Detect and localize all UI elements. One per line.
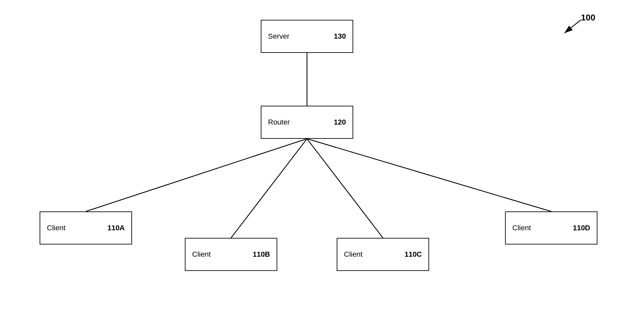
diagram-reference-label: 100 — [581, 13, 595, 23]
server-node: Server 130 — [261, 20, 353, 53]
client-b-label: Client — [192, 250, 211, 259]
svg-line-4 — [307, 139, 551, 211]
router-id: 120 — [334, 118, 346, 127]
svg-line-2 — [231, 139, 307, 238]
client-b-id: 110B — [253, 250, 270, 259]
client-d-id: 110D — [573, 224, 590, 232]
client-a-label: Client — [47, 224, 65, 232]
client-d-label: Client — [512, 224, 531, 232]
svg-line-1 — [86, 139, 307, 211]
client-c-label: Client — [344, 250, 362, 259]
svg-line-5 — [564, 20, 581, 33]
client-c-id: 110C — [404, 250, 422, 259]
client-a-id: 110A — [107, 224, 125, 232]
server-id: 130 — [334, 32, 346, 41]
client-d-node: Client 110D — [505, 211, 597, 244]
server-label: Server — [268, 32, 289, 41]
client-a-node: Client 110A — [40, 211, 132, 244]
network-diagram: Server 130 Router 120 Client 110A Client… — [0, 0, 644, 336]
client-b-node: Client 110B — [185, 238, 277, 271]
client-c-node: Client 110C — [337, 238, 429, 271]
svg-line-3 — [307, 139, 383, 238]
router-label: Router — [268, 118, 290, 127]
router-node: Router 120 — [261, 106, 353, 139]
